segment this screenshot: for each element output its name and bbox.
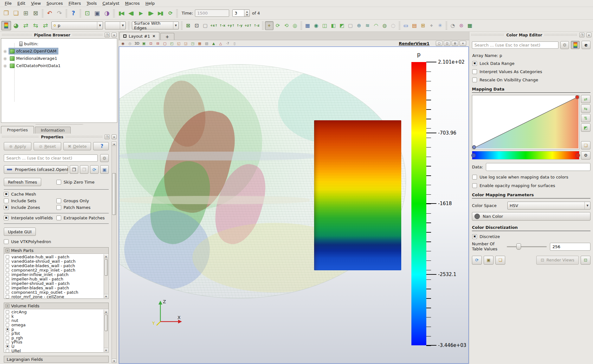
- volume-field-item[interactable]: yPlus: [6, 340, 103, 344]
- invert-transfer-function-button[interactable]: ◩: [581, 123, 590, 132]
- volume-field-item[interactable]: nut: [6, 318, 103, 323]
- mesh-part-item[interactable]: rotor_mrf_zone - cellZone: [6, 294, 103, 299]
- redo-icon[interactable]: ↷: [55, 9, 64, 18]
- split-horizontal-button[interactable]: ◫: [444, 41, 450, 46]
- ruler-icon[interactable]: ▭: [402, 21, 410, 30]
- mesh-parts-scrollbar[interactable]: ▲ ▼: [104, 254, 108, 298]
- loop-button[interactable]: ⟳: [165, 9, 175, 18]
- mesh-part-checkbox[interactable]: [6, 286, 9, 290]
- scroll-thumb[interactable]: [105, 315, 108, 331]
- mesh-part-item[interactable]: vanedGate-hub_wall - patch: [6, 254, 103, 259]
- capture-screenshot-icon[interactable]: ▣: [141, 41, 147, 46]
- clip-icon[interactable]: ◫: [320, 21, 329, 30]
- extract-subset-icon[interactable]: ▢: [346, 21, 355, 30]
- volume-field-item[interactable]: omega: [6, 323, 103, 327]
- reset-button[interactable]: ⊘Reset: [34, 142, 61, 150]
- select-points-icon[interactable]: ⊡: [192, 21, 201, 30]
- lagrangian-fields-header[interactable]: Lagrangian Fields: [4, 356, 109, 363]
- help-button[interactable]: ?: [93, 142, 109, 150]
- volume-field-checkbox[interactable]: [6, 340, 9, 344]
- dock-handle[interactable]: [65, 135, 103, 138]
- save-as-default-button[interactable]: ▣: [484, 256, 493, 265]
- mesh-part-item[interactable]: vanedGate-shroud_wall - patch: [6, 259, 103, 263]
- select-cells-poly-icon[interactable]: ▢: [162, 41, 168, 46]
- previous-frame-button[interactable]: ◀▮: [126, 9, 136, 18]
- rescale-temporal-icon[interactable]: ⇄: [41, 21, 50, 30]
- volume-field-checkbox[interactable]: [6, 345, 9, 348]
- apply-button[interactable]: ⊕Apply: [4, 142, 31, 150]
- cache-mesh-checkbox[interactable]: [4, 192, 9, 197]
- pipeline-item-builtin[interactable]: builtin:: [1, 40, 117, 47]
- close-dock-button[interactable]: ×: [112, 33, 117, 37]
- mesh-part-item[interactable]: component2_mxp_inlet - patch: [6, 268, 103, 272]
- panel-splitter[interactable]: [0, 123, 118, 126]
- tab-properties[interactable]: Properties: [1, 126, 34, 134]
- rescale-to-data-range-button[interactable]: ⇄: [581, 95, 590, 103]
- layout-tab[interactable]: Layout #1 ×: [119, 32, 159, 40]
- camera-minus-y-icon[interactable]: ↑-y: [235, 21, 244, 30]
- axes-grid-icon[interactable]: ⊞: [419, 21, 427, 30]
- gradient-handle-end[interactable]: [576, 153, 580, 158]
- menu-help[interactable]: Help: [143, 0, 158, 6]
- scroll-thumb[interactable]: [105, 259, 108, 276]
- interactive-select-cells-icon[interactable]: ◱: [176, 41, 182, 46]
- render-viewport[interactable]: p 2.101e+02 -703.96: [119, 47, 468, 363]
- scroll-up-icon[interactable]: ▲: [104, 310, 108, 314]
- visibility-eye-icon[interactable]: ◉: [1, 49, 9, 53]
- menu-view[interactable]: View: [28, 0, 44, 6]
- table-values-input[interactable]: [550, 243, 590, 251]
- representation-dropdown[interactable]: Surface With Edges ▼: [132, 22, 179, 29]
- properties-scrollbar[interactable]: ▲ ▼: [112, 141, 117, 363]
- skip-zero-time-checkbox[interactable]: [56, 180, 61, 185]
- scroll-up-icon[interactable]: ▲: [112, 142, 116, 146]
- time-input[interactable]: [195, 9, 229, 17]
- colormap-search-input[interactable]: [472, 41, 558, 49]
- extract-group-icon[interactable]: ◌: [389, 21, 397, 30]
- edit-color-map-icon[interactable]: ◕: [11, 21, 21, 30]
- rescale-custom-range-icon[interactable]: ⇆: [31, 21, 41, 30]
- close-view-button[interactable]: ×: [460, 41, 466, 46]
- mesh-part-item[interactable]: impeller-blades_wall - patch: [6, 286, 103, 290]
- scroll-up-icon[interactable]: ▲: [104, 254, 108, 258]
- camera-plus-z-icon[interactable]: +z↑: [244, 21, 252, 30]
- palette-dots-icon[interactable]: ⊛: [457, 21, 466, 30]
- scroll-thumb[interactable]: [112, 173, 116, 215]
- connect-server-icon[interactable]: ⊞: [21, 9, 31, 18]
- dock-handle[interactable]: [2, 135, 39, 138]
- mesh-part-item[interactable]: impeller-inflow_inlet - patch: [6, 272, 103, 277]
- menu-edit[interactable]: Edit: [15, 0, 28, 6]
- calculator-icon[interactable]: ▦: [303, 21, 312, 30]
- open-file-icon[interactable]: ❐: [1, 9, 11, 18]
- center-axes-icon[interactable]: ⌖: [427, 21, 436, 30]
- camera-plus-x-icon[interactable]: +x↑: [209, 21, 218, 30]
- properties-group-header[interactable]: Properties (ofcase2.OpenF: [4, 165, 68, 174]
- select-points-rect-icon[interactable]: ⊟: [155, 41, 161, 46]
- dock-handle[interactable]: [72, 34, 103, 36]
- menu-macros[interactable]: Macros: [122, 0, 143, 6]
- choose-preset-button[interactable]: ❏: [581, 141, 590, 149]
- stream-tracer-icon[interactable]: ≋: [363, 21, 372, 30]
- show-colormap-button[interactable]: [571, 41, 580, 49]
- camera-minus-x-icon[interactable]: ↑-x: [218, 21, 227, 30]
- frame-spin-arrows[interactable]: ▲ ▼: [244, 10, 249, 16]
- mesh-part-checkbox[interactable]: [6, 291, 9, 294]
- camera-minus-z-icon[interactable]: ↑-z: [252, 21, 261, 30]
- reset-camera-icon[interactable]: ◎: [291, 21, 299, 30]
- use-vtkpolyhedron-checkbox[interactable]: [4, 239, 9, 244]
- update-gui-button[interactable]: Update GUI: [4, 228, 36, 236]
- table-values-slider[interactable]: [507, 243, 547, 250]
- volume-field-item[interactable]: p_rgh: [6, 336, 103, 340]
- dock-handle[interactable]: [2, 34, 32, 36]
- pipeline-item-ofcase2[interactable]: ◉ ofcase2.OpenFOAM: [1, 47, 117, 55]
- float-dock-button[interactable]: ❐: [105, 135, 110, 139]
- shrink-selection-icon[interactable]: △: [218, 41, 223, 46]
- component-dropdown[interactable]: ▼: [105, 22, 126, 29]
- selection-help-icon[interactable]: ·?: [225, 41, 230, 46]
- reload-properties-button[interactable]: ⟳: [90, 165, 99, 174]
- menu-sources[interactable]: Sources: [44, 0, 66, 6]
- volume-field-checkbox[interactable]: [6, 336, 9, 340]
- camera-plus-y-icon[interactable]: +y↑: [227, 21, 235, 30]
- zoom-to-box-icon[interactable]: ⌖: [265, 21, 274, 30]
- frame-input[interactable]: [233, 10, 244, 16]
- add-layout-tab[interactable]: +: [160, 33, 174, 40]
